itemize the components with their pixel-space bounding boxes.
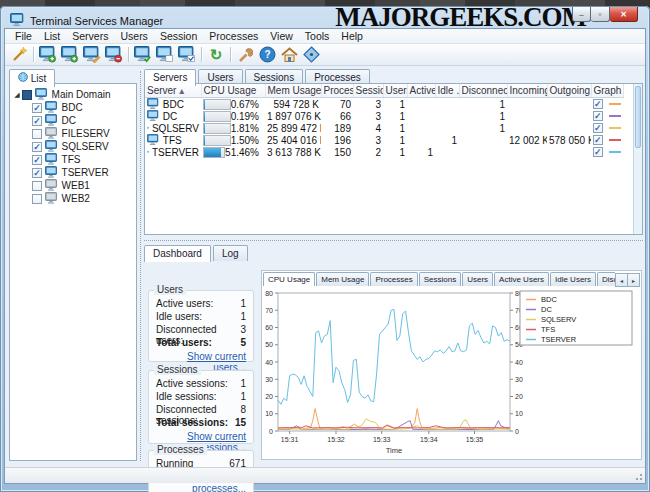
maximize-button[interactable]: ▫ [591,7,610,22]
menu-session[interactable]: Session [154,29,203,43]
server-checkbox[interactable] [32,194,42,204]
tree-item-web1[interactable]: WEB1 [12,179,134,192]
tab-log[interactable]: Log [213,245,248,261]
tree-item-tserver[interactable]: ✓TSERVER [12,166,134,179]
chart-tab-mem-usage[interactable]: Mem Usage [316,272,369,286]
chart-tab-disconnected-users[interactable]: Disconnected Users [597,272,615,286]
server-name: TSERVER [62,167,109,178]
column-header-disconnected-[interactable]: Disconnected.. [459,84,507,98]
graph-checkbox[interactable]: ✓ [593,123,603,133]
refresh-button[interactable]: ↻ [205,45,227,64]
expand-arrow-icon[interactable]: ◢ [12,91,22,99]
users-value: 1 [383,122,407,134]
server-checkbox[interactable]: ✓ [32,142,42,152]
help-button[interactable]: ? [256,45,278,64]
column-header-sessions[interactable]: Sessions [353,84,383,98]
sidebar-tabs: List [9,69,57,84]
app-icon [10,13,25,29]
server-checkbox[interactable]: ✓ [32,168,42,178]
table-row[interactable]: TFS1.50%25 404 016 K19631112 002 K578 05… [145,134,623,146]
resize-grip[interactable] [633,471,643,481]
graph-checkbox[interactable]: ✓ [593,99,603,109]
svg-text:DC: DC [541,305,552,314]
column-header-processes[interactable]: Processes [321,84,353,98]
column-header-graph[interactable]: Graph [591,84,623,98]
session-check-button[interactable] [132,45,154,64]
tree-root[interactable]: ◢Main Domain [12,88,134,101]
table-row[interactable]: BDC0.67%594 728 K70311✓ [145,98,623,111]
table-scrollbar[interactable] [633,84,642,234]
chart-tab-active-users[interactable]: Active Users [494,272,549,286]
server-add-button[interactable] [37,45,59,64]
horizontal-splitter[interactable] [144,240,643,241]
table-row[interactable]: DC0.19%1 897 076 K66311✓ [145,110,623,122]
column-header-cpu-usage[interactable]: CPU Usage [201,84,265,98]
menu-file[interactable]: File [9,29,38,43]
tab-list[interactable]: List [9,69,55,87]
server-checkbox[interactable]: ✓ [32,155,42,165]
tree-item-bdc[interactable]: ✓BDC [12,101,134,114]
tree-item-sqlserv[interactable]: ✓SQLSERV [12,140,134,153]
tree-item-web2[interactable]: WEB2 [12,192,134,205]
server-checkbox[interactable]: ✓ [32,103,42,113]
column-header-server[interactable]: Server ▴ [145,84,201,98]
root-checkbox[interactable] [22,90,32,100]
tab-servers[interactable]: Servers [144,69,196,86]
server-remove-button[interactable] [103,45,125,64]
wrench-button[interactable] [234,45,256,64]
chart-tab-idle-users[interactable]: Idle Users [550,272,596,286]
idle-value: 1 [435,134,459,146]
minimize-button[interactable]: – [572,7,591,22]
column-header-users[interactable]: Users [383,84,407,98]
column-header-mem-usage[interactable]: Mem Usage [265,84,321,98]
sessions-value: 4 [353,122,383,134]
disconnected-value: 1 [459,110,507,122]
table-row[interactable]: TSERVER51.46%3 613 788 K150211✓ [145,146,623,158]
column-header-idle-[interactable]: Idle ... [435,84,459,98]
svg-text:SQLSERV: SQLSERV [541,315,576,324]
server-add-alt-button[interactable] [59,45,81,64]
tree-item-dc[interactable]: ✓DC [12,114,134,127]
wand-button[interactable] [8,45,30,64]
session-check-icon [134,46,152,63]
graph-checkbox[interactable]: ✓ [593,135,603,145]
graph-checkbox[interactable]: ✓ [593,111,603,121]
server-checkbox[interactable] [32,181,42,191]
menu-servers[interactable]: Servers [66,29,114,43]
disconnected-value [459,134,507,146]
vertical-splitter[interactable] [140,71,141,461]
home-button[interactable] [278,45,300,64]
toolbar-separator [201,47,202,62]
graph-checkbox[interactable]: ✓ [593,147,603,157]
column-header-incoming-[interactable]: Incoming ... [507,84,547,98]
info-button[interactable] [300,45,322,64]
server-checkbox[interactable]: ✓ [32,116,42,126]
session-boxcheck-button[interactable] [176,45,198,64]
tab-scroll-right[interactable]: ▸ [627,273,640,287]
menu-tools[interactable]: Tools [299,29,336,43]
close-button[interactable]: ✕ [610,7,638,22]
server-name: BDC [163,99,184,110]
chart-tab-users[interactable]: Users [462,272,493,286]
chart-tab-sessions[interactable]: Sessions [419,272,461,286]
menu-processes[interactable]: Processes [203,29,264,43]
tree-item-fileserv[interactable]: FILESERV [12,127,134,140]
server-edit-button[interactable] [81,45,103,64]
column-header-active-[interactable]: Active... [407,84,435,98]
menu-users[interactable]: Users [114,29,153,43]
tab-dashboard[interactable]: Dashboard [144,245,211,262]
menu-list[interactable]: List [38,29,66,43]
stat-label: Idle users: [156,311,202,322]
session-window-button[interactable] [154,45,176,64]
stat-value: 5 [240,337,246,348]
servers-table-panel: Server ▴CPU UsageMem UsageProcessesSessi… [144,83,643,235]
table-row[interactable]: SQLSERV1.81%25 899 472 K189411✓ [145,122,623,134]
sessions-value: 3 [353,110,383,122]
column-header-outgoing-[interactable]: Outgoing ... [547,84,591,98]
tree-item-tfs[interactable]: ✓TFS [12,153,134,166]
chart-tab-processes[interactable]: Processes [370,272,417,286]
chart-tab-cpu-usage[interactable]: CPU Usage [263,272,315,286]
server-checkbox[interactable] [32,129,42,139]
series-color-swatch [609,127,621,129]
menu-view[interactable]: View [264,29,299,43]
